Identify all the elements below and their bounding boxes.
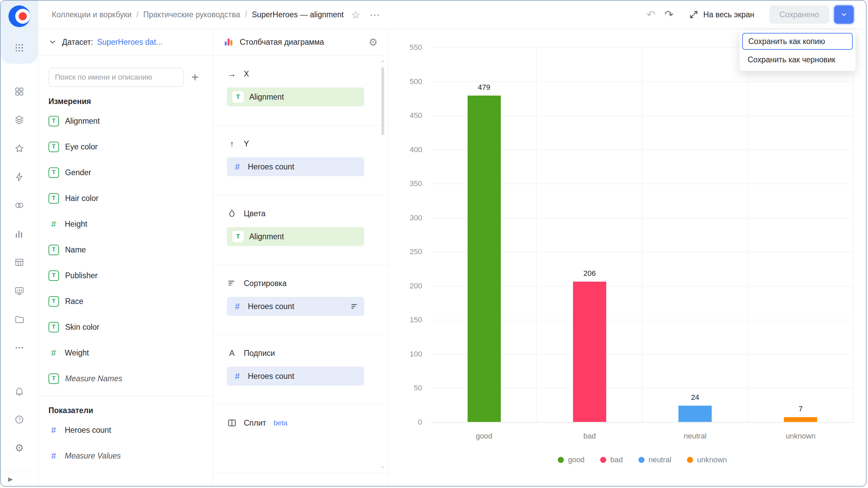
field-height[interactable]: #Height bbox=[48, 211, 203, 237]
text-type-icon: T bbox=[48, 245, 59, 255]
field-gender[interactable]: TGender bbox=[48, 160, 203, 185]
dashboards-icon[interactable] bbox=[14, 86, 25, 97]
gridline bbox=[431, 82, 853, 82]
save-dropdown-button[interactable] bbox=[834, 5, 854, 24]
settings-gear-icon[interactable]: ⚙ bbox=[14, 442, 25, 454]
y-tick-label: 550 bbox=[410, 43, 422, 52]
field-heroes-count[interactable]: #Heroes count bbox=[48, 417, 203, 443]
breadcrumb-current-title: SuperHeroes — alignment bbox=[252, 10, 344, 19]
field-alignment[interactable]: TAlignment bbox=[48, 108, 203, 134]
bar-bad[interactable] bbox=[573, 282, 606, 422]
top-bar: Коллекции и воркбуки / Практические руко… bbox=[38, 1, 866, 29]
section-labels-label: Подписи bbox=[244, 349, 275, 358]
section-colors: Цвета T Alignment bbox=[213, 195, 388, 265]
field-measure-values[interactable]: #Measure Values bbox=[48, 443, 203, 469]
field-name: Measure Names bbox=[65, 374, 122, 383]
favorite-star-icon[interactable]: ☆ bbox=[351, 9, 360, 21]
x-tick-label: unknown bbox=[786, 432, 815, 441]
y-tick-label: 300 bbox=[410, 214, 422, 222]
field-name: Publisher bbox=[65, 271, 98, 280]
connections-icon[interactable] bbox=[14, 200, 25, 211]
more-services-icon[interactable] bbox=[14, 342, 25, 353]
fullscreen-label[interactable]: На весь экран bbox=[703, 10, 754, 19]
dataset-link[interactable]: SuperHeroes dat... bbox=[97, 38, 162, 47]
field-hair-color[interactable]: THair color bbox=[48, 185, 203, 211]
field-name[interactable]: TName bbox=[48, 237, 203, 263]
config-scrollbar[interactable] bbox=[380, 59, 386, 470]
dimensions-title: Измерения bbox=[48, 97, 203, 106]
y-field-chip[interactable]: # Heroes count bbox=[227, 157, 364, 176]
scrollbar-thumb[interactable] bbox=[381, 67, 384, 135]
fullscreen-icon[interactable] bbox=[689, 10, 698, 19]
y-tick-label: 400 bbox=[410, 145, 422, 154]
bar-neutral[interactable] bbox=[678, 406, 712, 422]
scroll-up-icon[interactable] bbox=[380, 59, 386, 64]
monitoring-icon[interactable] bbox=[14, 285, 25, 297]
x-field-chip[interactable]: T Alignment bbox=[227, 87, 364, 106]
field-name: Name bbox=[65, 245, 86, 255]
save-menu: Сохранить как копию Сохранить как чернов… bbox=[739, 30, 856, 71]
legend-item-neutral[interactable]: neutral bbox=[638, 455, 671, 464]
help-icon[interactable]: ? bbox=[14, 414, 25, 425]
play-icon: ▶ bbox=[8, 475, 13, 483]
section-x-label: X bbox=[244, 69, 249, 79]
add-field-button[interactable]: + bbox=[187, 69, 203, 85]
notifications-bell-icon[interactable] bbox=[14, 385, 25, 397]
chevron-down-icon bbox=[840, 11, 848, 18]
breadcrumb-guides[interactable]: Практические руководства bbox=[143, 10, 240, 19]
sort-field-chip[interactable]: # Heroes count bbox=[227, 297, 364, 316]
config-sections: → X T Alignment ↑ Y bbox=[213, 56, 388, 486]
chart-settings-gear-icon[interactable]: ⚙ bbox=[369, 36, 378, 48]
bar-value-label: 479 bbox=[478, 83, 490, 92]
collections-icon[interactable] bbox=[14, 114, 25, 126]
beta-badge: beta bbox=[274, 419, 288, 427]
editor-lightning-icon[interactable] bbox=[14, 171, 25, 183]
storage-folder-icon[interactable] bbox=[14, 313, 25, 325]
menu-item-save-as-copy[interactable]: Сохранить как копию bbox=[742, 33, 853, 50]
dataset-label: Датасет: bbox=[62, 38, 93, 47]
sort-order-icon[interactable] bbox=[350, 302, 359, 311]
chart-area: 050100150200250300350400450500550 479goo… bbox=[388, 29, 866, 486]
charts-icon[interactable] bbox=[14, 228, 25, 240]
number-type-icon: # bbox=[232, 371, 242, 381]
section-sort: Сортировка # Heroes count bbox=[213, 265, 388, 335]
favorites-star-icon[interactable] bbox=[14, 143, 25, 154]
labels-icon: A bbox=[227, 348, 237, 358]
chevron-down-icon[interactable] bbox=[48, 38, 57, 46]
more-actions-icon[interactable]: ⋯ bbox=[370, 9, 381, 21]
breadcrumb-collections[interactable]: Коллекции и воркбуки bbox=[52, 10, 132, 19]
text-type-icon: T bbox=[48, 142, 59, 152]
search-input[interactable] bbox=[48, 68, 184, 87]
apps-grid-icon[interactable] bbox=[14, 42, 25, 54]
legend-item-bad[interactable]: bad bbox=[600, 455, 623, 464]
field-measure-names[interactable]: TMeasure Names bbox=[48, 366, 203, 391]
undo-icon[interactable]: ↶ bbox=[647, 8, 656, 21]
field-publisher[interactable]: TPublisher bbox=[48, 263, 203, 288]
field-weight[interactable]: #Weight bbox=[48, 340, 203, 366]
redo-icon[interactable]: ↷ bbox=[664, 8, 673, 21]
menu-item-save-as-draft[interactable]: Сохранить как черновик bbox=[742, 51, 853, 68]
field-eye-color[interactable]: TEye color bbox=[48, 134, 203, 160]
field-name: Heroes count bbox=[65, 426, 111, 435]
bar-good[interactable] bbox=[468, 96, 501, 422]
field-skin-color[interactable]: TSkin color bbox=[48, 314, 203, 340]
legend-item-unknown[interactable]: unknown bbox=[687, 455, 727, 464]
gridline bbox=[748, 47, 748, 422]
datasets-table-icon[interactable] bbox=[14, 257, 25, 268]
chip-field-name: Alignment bbox=[249, 93, 284, 102]
y-axis: 050100150200250300350400450500550 bbox=[388, 47, 422, 422]
column-chart-type-icon[interactable] bbox=[223, 37, 234, 47]
collapse-sidebar-button[interactable]: ▶ bbox=[1, 472, 38, 486]
field-name: Hair color bbox=[65, 194, 98, 203]
number-type-icon: # bbox=[232, 162, 242, 172]
colors-field-chip[interactable]: T Alignment bbox=[227, 227, 364, 246]
chip-field-name: Heroes count bbox=[248, 372, 294, 381]
saved-button[interactable]: Сохранено bbox=[769, 5, 829, 24]
field-race[interactable]: TRace bbox=[48, 288, 203, 314]
scroll-down-icon[interactable] bbox=[380, 464, 386, 470]
legend-item-good[interactable]: good bbox=[558, 455, 585, 464]
bar-unknown[interactable] bbox=[784, 417, 817, 422]
arrow-up-icon: ↑ bbox=[227, 139, 237, 149]
labels-field-chip[interactable]: # Heroes count bbox=[227, 367, 364, 386]
datalens-logo-icon[interactable] bbox=[8, 5, 30, 27]
